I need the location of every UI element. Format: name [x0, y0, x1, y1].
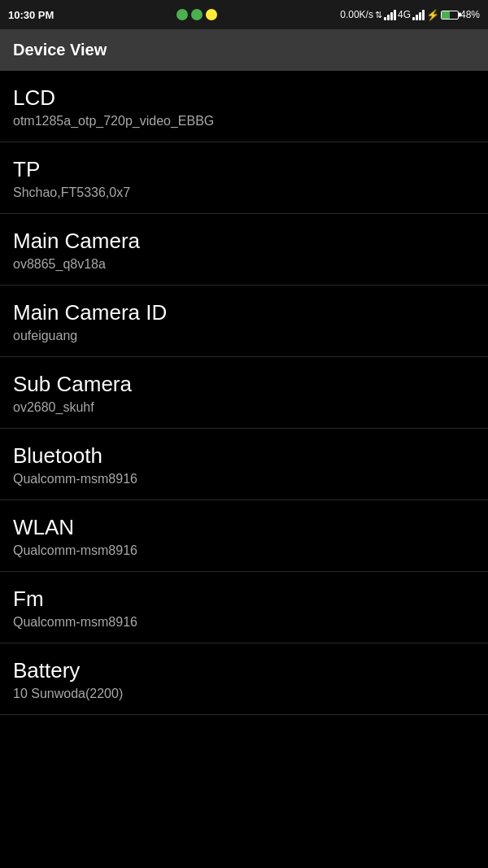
- signal-bars-1: [384, 9, 396, 20]
- signal-bars-2: [412, 9, 425, 20]
- list-item-subtitle: ov8865_q8v18a: [13, 257, 475, 272]
- list-item[interactable]: TPShchao,FT5336,0x7: [0, 142, 488, 214]
- list-item-subtitle: oufeiguang: [13, 329, 475, 343]
- notif-icon-3: [206, 9, 217, 20]
- list-item-subtitle: ov2680_skuhf: [13, 400, 475, 415]
- device-list: LCDotm1285a_otp_720p_video_EBBGTPShchao,…: [0, 71, 488, 715]
- list-item[interactable]: BluetoothQualcomm-msm8916: [0, 429, 488, 500]
- notification-icons: [176, 9, 217, 20]
- list-item[interactable]: WLANQualcomm-msm8916: [0, 500, 488, 572]
- list-item-subtitle: otm1285a_otp_720p_video_EBBG: [13, 114, 475, 129]
- list-item-subtitle: Qualcomm-msm8916: [13, 543, 475, 558]
- status-time: 10:30 PM: [8, 9, 54, 21]
- notif-icon-2: [191, 9, 203, 20]
- list-item-title: Main Camera: [13, 229, 475, 254]
- list-item-title: Bluetooth: [13, 443, 475, 469]
- network-type: 4G: [398, 9, 411, 20]
- list-item-subtitle: 10 Sunwoda(2200): [13, 687, 475, 701]
- list-item-subtitle: Qualcomm-msm8916: [13, 615, 475, 630]
- list-item[interactable]: LCDotm1285a_otp_720p_video_EBBG: [0, 71, 488, 142]
- list-item-title: LCD: [13, 85, 475, 111]
- list-item-subtitle: Qualcomm-msm8916: [13, 472, 475, 486]
- title-bar: Device View: [0, 29, 488, 71]
- battery-percent: 48%: [460, 9, 480, 20]
- list-item[interactable]: FmQualcomm-msm8916: [0, 572, 488, 643]
- list-item-subtitle: Shchao,FT5336,0x7: [13, 185, 475, 200]
- list-item-title: Main Camera ID: [13, 300, 475, 325]
- status-bar: 10:30 PM 0.00K/s ⇅ 4G ⚡: [0, 0, 488, 29]
- transfer-icon: ⇅: [375, 10, 382, 20]
- status-network-speed: 0.00K/s ⇅ 4G ⚡ 48%: [340, 9, 480, 21]
- list-item[interactable]: Main Camera IDoufeiguang: [0, 286, 488, 357]
- charging-icon: ⚡: [426, 9, 439, 21]
- list-item[interactable]: Sub Cameraov2680_skuhf: [0, 357, 488, 429]
- battery-icon: [441, 11, 459, 20]
- list-item-title: Sub Camera: [13, 372, 475, 397]
- list-item-title: Fm: [13, 587, 475, 612]
- notif-icon-1: [176, 9, 188, 20]
- list-item[interactable]: Battery10 Sunwoda(2200): [0, 643, 488, 715]
- list-item-title: WLAN: [13, 515, 475, 540]
- page-title: Device View: [13, 41, 107, 59]
- list-item[interactable]: Main Cameraov8865_q8v18a: [0, 214, 488, 286]
- list-item-title: TP: [13, 157, 475, 182]
- list-item-title: Battery: [13, 658, 475, 683]
